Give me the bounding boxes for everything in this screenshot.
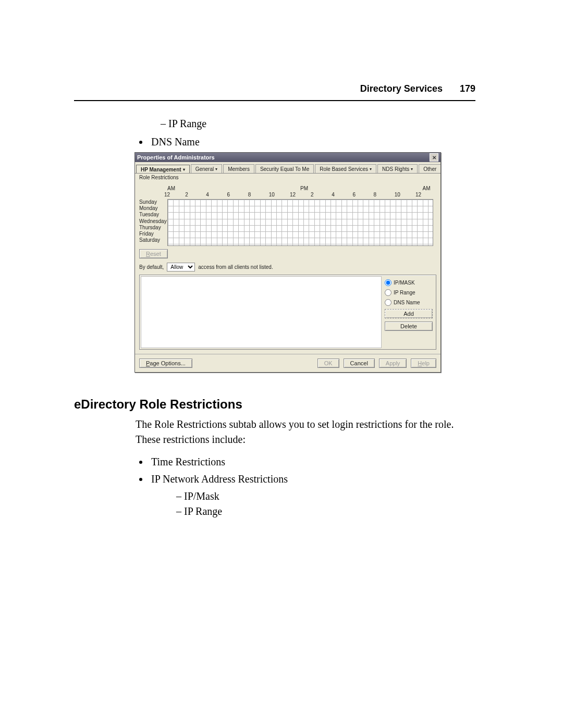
bydefault-suffix: access from all clients not listed. bbox=[198, 264, 273, 270]
radio-input[interactable] bbox=[385, 279, 391, 286]
client-list[interactable] bbox=[141, 276, 382, 348]
radio-input[interactable] bbox=[385, 289, 391, 296]
tab-row: HP Management ▾ General ▾ Members Securi… bbox=[135, 162, 440, 174]
close-icon[interactable]: ✕ bbox=[430, 153, 438, 162]
sublist-item: IP Range bbox=[176, 504, 475, 519]
tab-other[interactable]: Other bbox=[419, 164, 440, 173]
radio-ip-mask[interactable]: IP/MASK bbox=[385, 279, 433, 286]
help-button[interactable]: Help bbox=[411, 359, 436, 368]
dialog-titlebar[interactable]: Properties of Administrators ✕ bbox=[135, 153, 440, 162]
tab-members[interactable]: Members bbox=[223, 164, 254, 173]
add-button[interactable]: Add bbox=[385, 309, 433, 318]
dialog-title: Properties of Administrators bbox=[137, 154, 215, 161]
dialog-footer: Page Options... OK Cancel Apply Help bbox=[135, 354, 440, 372]
bullet-list-top: DNS Name bbox=[136, 135, 475, 149]
bydefault-row: By default, Allow access from all client… bbox=[139, 263, 436, 272]
pm-label: PM bbox=[300, 186, 423, 191]
tab-label: NDS Rights bbox=[382, 166, 409, 172]
tab-label: General bbox=[195, 166, 214, 172]
delete-button[interactable]: Delete bbox=[385, 322, 433, 331]
sub-list: IP/Mask IP Range bbox=[151, 489, 475, 519]
radio-ip-range[interactable]: IP Range bbox=[385, 289, 433, 296]
tab-label: HP Management bbox=[141, 167, 181, 172]
section-heading: eDirectory Role Restrictions bbox=[74, 397, 242, 412]
day-labels: Sunday Monday Tuesday Wednesday Thursday… bbox=[139, 199, 167, 243]
bydefault-prefix: By default, bbox=[139, 264, 164, 270]
bullet-item: DNS Name bbox=[149, 135, 475, 149]
reset-button[interactable]: Reset bbox=[139, 249, 168, 258]
am2-label: AM bbox=[423, 186, 431, 191]
body-top: IP Range DNS Name bbox=[136, 115, 475, 155]
active-subtab-label: Role Restrictions bbox=[135, 174, 440, 182]
running-header: Directory Services 179 bbox=[360, 83, 475, 94]
hour-labels: 12 2 4 6 8 10 12 2 4 6 8 10 12 bbox=[164, 192, 436, 198]
tab-hp-management[interactable]: HP Management ▾ bbox=[136, 165, 190, 174]
restrictions-list: Time Restrictions IP Network Address Res… bbox=[136, 454, 475, 519]
ok-button[interactable]: OK bbox=[317, 359, 339, 368]
radio-input[interactable] bbox=[385, 299, 391, 306]
grid-cells[interactable] bbox=[167, 199, 433, 246]
continued-sublist: IP Range bbox=[136, 117, 475, 131]
radio-label: DNS Name bbox=[394, 300, 420, 305]
page-options-button[interactable]: Page Options... bbox=[139, 359, 192, 368]
section-paragraph: The Role Restrictions subtab allows you … bbox=[136, 417, 475, 447]
tab-label: Role Based Services bbox=[320, 166, 368, 172]
tab-label: Members bbox=[228, 166, 250, 172]
sublist-item: IP/Mask bbox=[176, 489, 475, 504]
bullet-item: IP Network Address Restrictions IP/Mask … bbox=[149, 472, 475, 519]
chevron-down-icon: ▾ bbox=[411, 167, 413, 171]
client-panel: IP/MASK IP Range DNS Name Add Delete bbox=[139, 275, 436, 350]
tab-general[interactable]: General ▾ bbox=[191, 164, 223, 173]
bydefault-select[interactable]: Allow bbox=[167, 263, 195, 272]
sublist-item: IP Range bbox=[161, 117, 475, 131]
chevron-down-icon: ▾ bbox=[370, 167, 372, 171]
header-rule bbox=[74, 100, 475, 101]
bullet-text: IP Network Address Restrictions bbox=[151, 473, 288, 485]
apply-button[interactable]: Apply bbox=[379, 359, 407, 368]
tab-security-equal[interactable]: Security Equal To Me bbox=[255, 164, 314, 173]
radio-label: IP Range bbox=[394, 290, 415, 295]
properties-dialog: Properties of Administrators ✕ HP Manage… bbox=[134, 152, 441, 373]
cancel-button[interactable]: Cancel bbox=[344, 359, 375, 368]
radio-dns-name[interactable]: DNS Name bbox=[385, 299, 433, 306]
bullet-item: Time Restrictions bbox=[149, 454, 475, 470]
tab-nds-rights[interactable]: NDS Rights ▾ bbox=[377, 164, 418, 173]
time-restriction-grid[interactable]: AM PM AM 12 2 4 6 8 10 12 2 4 6 8 10 bbox=[139, 186, 436, 246]
ampm-row: AM PM AM bbox=[167, 186, 433, 191]
body-bottom: The Role Restrictions subtab allows you … bbox=[136, 417, 475, 525]
tab-label: Security Equal To Me bbox=[260, 166, 309, 172]
chevron-down-icon: ▾ bbox=[183, 167, 185, 172]
section-name: Directory Services bbox=[360, 83, 443, 94]
am-label: AM bbox=[167, 186, 300, 191]
tab-label: Other bbox=[423, 166, 436, 172]
page-number: 179 bbox=[460, 83, 475, 94]
radio-label: IP/MASK bbox=[394, 280, 415, 286]
tab-role-based[interactable]: Role Based Services ▾ bbox=[315, 164, 376, 173]
chevron-down-icon: ▾ bbox=[215, 167, 217, 171]
